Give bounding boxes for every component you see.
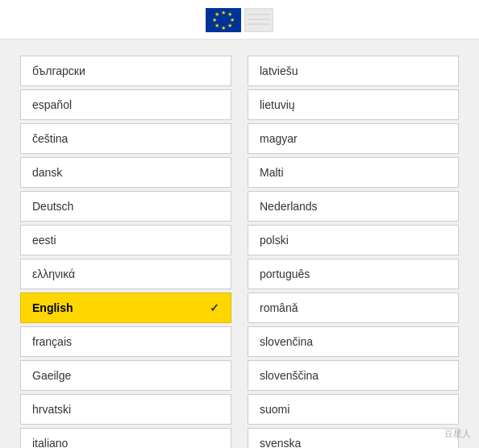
svg-text:★: ★: [212, 17, 217, 23]
language-label: latviešu: [260, 64, 298, 77]
language-item-es[interactable]: español: [20, 89, 231, 120]
language-item-fi[interactable]: suomi: [248, 394, 459, 425]
svg-text:★: ★: [227, 11, 232, 17]
language-label: čeština: [32, 132, 68, 145]
svg-text:★: ★: [230, 17, 235, 23]
language-label: Nederlands: [260, 200, 318, 213]
language-grid: българскиlatviešuespañollietuviųčeštinam…: [20, 56, 459, 448]
svg-text:★: ★: [227, 23, 232, 28]
language-item-pl[interactable]: polski: [248, 225, 459, 255]
language-label: polski: [260, 234, 289, 247]
language-item-sl[interactable]: slovenščina: [248, 360, 459, 391]
language-item-cs[interactable]: čeština: [20, 123, 231, 154]
language-label: español: [32, 98, 72, 111]
language-item-sk[interactable]: slovenčina: [248, 326, 459, 357]
language-item-pt[interactable]: português: [248, 259, 459, 289]
language-label: hrvatski: [32, 403, 71, 416]
language-item-ro[interactable]: română: [248, 292, 459, 323]
language-item-en[interactable]: English✓: [20, 292, 231, 323]
language-label: italiano: [32, 437, 68, 448]
language-label: lietuvių: [260, 98, 295, 111]
svg-rect-10: [246, 10, 272, 31]
language-label: română: [260, 301, 298, 314]
language-label: English: [32, 301, 73, 314]
language-label: eesti: [32, 234, 56, 247]
checkmark-icon: ✓: [210, 301, 219, 314]
language-item-nl[interactable]: Nederlands: [248, 191, 459, 222]
svg-text:★: ★: [215, 11, 219, 17]
language-label: français: [32, 335, 72, 348]
language-item-bg[interactable]: български: [20, 56, 231, 86]
page-header: ★ ★ ★ ★ ★ ★ ★ ★: [0, 0, 479, 39]
main-content: българскиlatviešuespañollietuviųčeštinam…: [0, 39, 479, 448]
language-item-it[interactable]: italiano: [20, 428, 231, 448]
language-item-de[interactable]: Deutsch: [20, 191, 231, 222]
language-label: ελληνικά: [32, 268, 75, 280]
language-label: Malti: [260, 166, 284, 179]
language-item-et[interactable]: eesti: [20, 225, 231, 255]
svg-text:★: ★: [221, 25, 226, 31]
watermark: 豆星人: [444, 428, 471, 440]
language-label: slovenčina: [260, 335, 313, 348]
language-item-ga[interactable]: Gaeilge: [20, 360, 231, 391]
language-label: dansk: [32, 166, 62, 179]
eu-logo: ★ ★ ★ ★ ★ ★ ★ ★: [206, 8, 273, 32]
ec-emblem-icon: [244, 8, 273, 32]
language-item-fr[interactable]: français: [20, 326, 231, 357]
language-label: magyar: [260, 132, 298, 145]
language-label: suomi: [260, 403, 289, 416]
language-item-lv[interactable]: latviešu: [248, 56, 459, 86]
language-label: Deutsch: [32, 200, 73, 213]
language-item-lt[interactable]: lietuvių: [248, 89, 459, 120]
language-item-hr[interactable]: hrvatski: [20, 394, 231, 425]
language-item-da[interactable]: dansk: [20, 157, 231, 188]
language-item-el[interactable]: ελληνικά: [20, 259, 231, 289]
language-item-sv[interactable]: svenska: [248, 428, 459, 448]
language-label: slovenščina: [260, 369, 319, 382]
svg-text:★: ★: [215, 23, 219, 28]
language-label: português: [260, 268, 310, 280]
svg-text:★: ★: [221, 10, 226, 15]
language-label: Gaeilge: [32, 369, 71, 382]
language-label: svenska: [260, 437, 301, 448]
language-item-mt[interactable]: Malti: [248, 157, 459, 188]
language-item-hu[interactable]: magyar: [248, 123, 459, 154]
eu-flag-icon: ★ ★ ★ ★ ★ ★ ★ ★: [206, 8, 241, 32]
language-label: български: [32, 64, 85, 77]
